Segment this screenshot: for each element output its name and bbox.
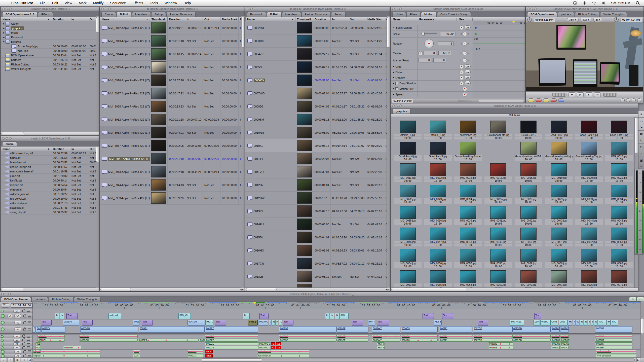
timeline-clip[interactable]: +0 [271,346,275,349]
track-lock-icon[interactable] [22,346,25,349]
minimize-icon[interactable] [6,8,8,10]
timeline-clip[interactable]: kflip.aif [32,350,100,353]
bin-item[interactable]: IMG_0048.jpg10:00 [454,228,482,246]
playhead[interactable] [255,302,255,358]
timeline-clip[interactable]: 0019ZE [205,346,258,349]
track-lane-a1[interactable]: 0028ZK0033GG0019ZE0029SF0029SF0032WY0036… [33,335,644,338]
list-item[interactable]: Walter Thoughts00:01:41:05Not SetNot Set [1,67,99,71]
timeline-clip[interactable]: MVI_5 [434,320,442,325]
timeline-clip[interactable]: red velvet.aif [257,354,309,358]
bin-item[interactable]: Good Eats 1.jpg10:00 [545,121,573,139]
timeline-clip[interactable]: IN [584,320,587,325]
bin-item[interactable]: IMG_0056.jpg10:00 [424,249,452,268]
timeline-clip[interactable]: 0027GD [473,339,512,342]
browser-vscrollbar[interactable] [96,16,99,132]
timeline-clip[interactable]: Dav [534,320,540,325]
timeline-clip[interactable]: Text [259,313,269,319]
viewer-titlebar[interactable]: Viewer: edit1.jpg from BCM Open House [391,7,525,11]
timeline-clip[interactable]: 0027GD [473,335,512,338]
clip-row[interactable]: 0009SM00:00:03:1504:01:32:0604:01:35:200… [245,113,390,126]
timeline-tab-partners[interactable]: partners [31,297,48,302]
close-icon[interactable] [2,8,5,10]
timeline-clip[interactable]: 0016B3 [488,342,513,345]
audio-enable-button[interactable] [1,339,4,342]
track-label-a3[interactable]: A3 [13,342,20,345]
browser-titlebar[interactable]: Browser: BCM Open House 3_5 [1,7,99,11]
menu-file[interactable]: File [36,1,49,5]
viewer-tab-filters[interactable]: Filters [406,12,421,17]
disclosure-triangle-icon[interactable]: ▶ [2,27,5,29]
track-lock-icon[interactable] [22,343,25,345]
timeline-clip[interactable]: Text [423,313,434,319]
zoom-window-icon[interactable] [399,104,402,107]
close-icon[interactable] [2,137,5,140]
disclosure-triangle-icon[interactable]: ▶ [393,88,394,90]
timeline-clip[interactable]: 44th street lon [596,354,636,358]
disclosure-triangle-icon[interactable]: ▼ [393,26,395,29]
volume-icon[interactable] [601,1,606,5]
track-lock-icon[interactable] [23,328,26,331]
reset-button[interactable]: ✕ [459,76,464,80]
wifi-icon[interactable] [592,1,596,5]
disclosure-triangle-icon[interactable]: ▶ [393,65,394,68]
bin-item[interactable]: IMG_0069.jpg10:00 [484,270,512,288]
track-height-icon[interactable] [28,355,31,357]
list-item[interactable]: jump.aif00:01:29:02Not SetNot Set [1,174,99,178]
bin-item[interactable]: IMG_0024.jpg10:00 [454,185,482,204]
timeline-clip[interactable]: 0027CD [560,346,569,349]
bin-item[interactable]: IMG_0035.jpg10:00 [394,206,422,225]
list-item[interactable]: Ribbon Cutting00:03:16:21Not SetNot Set [1,62,99,67]
clip-row[interactable]: 0003G000:00:14:08Not SetNot Set03:59:14:… [245,34,390,48]
track-visibility-button[interactable] [1,314,5,318]
canon-broll-tab-set-up[interactable]: Set up [151,12,166,17]
bin-item[interactable]: IMG_0050.jpg10:00 [515,228,542,246]
timeline-clip[interactable]: 0005PJ [138,339,199,342]
timeline-clip[interactable]: MV [568,320,572,325]
bin-item[interactable]: IMG_0065.jpg10:00 [424,270,452,288]
scale-value-field[interactable]: 41.84 [440,32,456,36]
music-bin-vscrollbar[interactable] [96,146,99,288]
bin-item[interactable]: IMG_0017.jpg10:00 [484,163,512,182]
bin-item[interactable]: IMG_0039.jpg10:00 [454,206,482,225]
bin-item[interactable]: IMG_0052.jpg10:00 [575,228,603,246]
keyframe-button[interactable]: ⊿▾ [465,81,471,85]
bin-item[interactable]: IMG_0036.jpg10:00 [424,206,452,225]
timeline-clip[interactable]: 0027CD [551,346,560,349]
timeline-clip[interactable]: 0036R3 [401,335,438,338]
track-visibility-button[interactable] [1,310,4,312]
timeline-clip[interactable]: 0032WY [372,335,400,338]
bin-item[interactable]: IMG_0046.jpg10:00 [394,228,422,246]
panasonic-broll-tab-partner-showcase[interactable]: Partner Showcase [301,12,331,17]
canvas-view-overlay-menu[interactable]: TxT ▾ [581,18,591,22]
timeline-clip[interactable]: IN [594,320,597,325]
panasonic-broll-hscrollbar[interactable]: ◀ ▶ [245,287,390,291]
bin-item[interactable]: IMG_0025a.jpg10:00 [484,185,512,204]
timeline-clip[interactable]: Text [478,320,488,325]
selection-tool[interactable]: ↖ [638,111,644,118]
track-height-icon[interactable] [28,328,31,331]
timeline-clip[interactable]: 0029SF [336,335,368,338]
timeline-clip[interactable]: IMG [339,313,349,319]
point-x-field[interactable]: 0 [424,51,436,55]
audio-enable-button[interactable] [1,350,5,354]
canon-broll-tab-b-roll[interactable]: B-Roll [117,12,131,17]
timeline-clip[interactable]: 0015 [133,350,140,353]
list-item[interactable]: ▶Canon [1,21,99,26]
bin-item[interactable]: Groundbreaking W&B2.jpg10:00 [515,142,542,161]
spotlight-search-icon[interactable] [635,1,640,5]
bin-item[interactable]: IMG_0068.jpg10:00 [454,270,482,288]
timeline-clip[interactable]: 0006H7 [595,342,632,345]
timeline-clip[interactable]: 0029SF [279,326,336,333]
timeline-clip[interactable]: 0019ZE [205,335,258,338]
bin-item[interactable]: IMG_0054.jpg10:00 [394,249,422,268]
parameter-checkbox[interactable] [395,82,398,85]
parameter-checkbox[interactable] [395,87,398,90]
reset-button[interactable]: ✕ [459,25,464,30]
clip-row[interactable]: 0013Y700:00:09:1304:02:27:0604:02:36:180… [245,205,390,218]
panasonic-broll-titlebar[interactable]: B-Roll in Panasonic in BCM Open House 3_… [245,7,390,11]
viewer-keyframe-graph[interactable]: 432-432 [473,25,525,98]
track-lock-icon[interactable] [22,339,25,341]
track-height-control[interactable]: ≡ [21,358,27,362]
timeline-vscrollbar[interactable] [640,301,644,358]
clip-row[interactable]: 0010XL00:00:08:1804:01:42:1404:01:51:070… [245,139,390,152]
